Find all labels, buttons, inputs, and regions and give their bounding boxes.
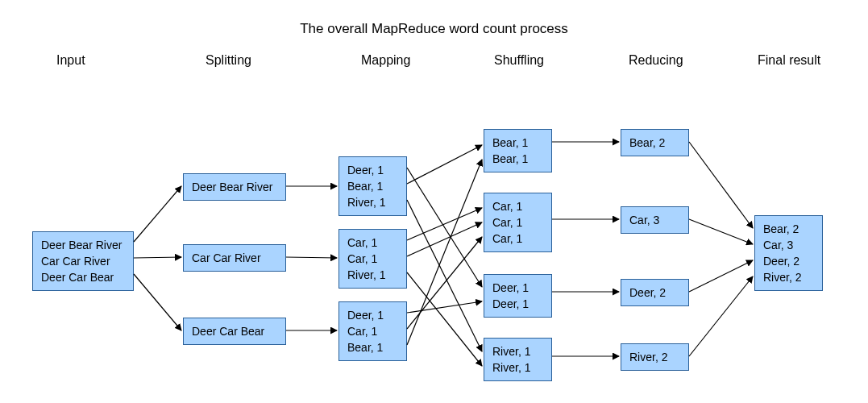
svg-line-14 bbox=[407, 160, 482, 345]
svg-line-9 bbox=[407, 208, 482, 240]
reducing-box-1: Car, 3 bbox=[621, 206, 689, 234]
svg-line-13 bbox=[407, 237, 482, 329]
svg-line-4 bbox=[286, 257, 337, 258]
input-box: Deer Bear River Car Car River Deer Car B… bbox=[32, 231, 134, 291]
svg-line-2 bbox=[134, 274, 181, 330]
svg-line-20 bbox=[689, 219, 753, 244]
splitting-box-0: Deer Bear River bbox=[183, 173, 286, 201]
stage-label-splitting: Splitting bbox=[206, 53, 251, 68]
stage-label-final: Final result bbox=[758, 53, 820, 68]
svg-line-11 bbox=[407, 272, 482, 366]
svg-line-7 bbox=[407, 145, 482, 184]
mapping-box-2: Deer, 1 Car, 1 Bear, 1 bbox=[338, 301, 407, 361]
final-box: Bear, 2 Car, 3 Deer, 2 River, 2 bbox=[754, 215, 823, 291]
stage-label-input: Input bbox=[56, 53, 85, 68]
svg-line-8 bbox=[407, 200, 482, 351]
svg-line-12 bbox=[407, 301, 482, 313]
stage-label-mapping: Mapping bbox=[361, 53, 410, 68]
arrows-layer bbox=[0, 0, 868, 403]
stage-label-reducing: Reducing bbox=[629, 53, 683, 68]
svg-line-21 bbox=[689, 260, 753, 292]
stage-label-shuffling: Shuffling bbox=[494, 53, 544, 68]
shuffling-box-1: Car, 1 Car, 1 Car, 1 bbox=[484, 193, 552, 252]
svg-line-19 bbox=[689, 142, 753, 228]
svg-line-0 bbox=[134, 186, 181, 242]
shuffling-box-2: Deer, 1 Deer, 1 bbox=[484, 274, 552, 318]
reducing-box-2: Deer, 2 bbox=[621, 279, 689, 306]
svg-line-22 bbox=[689, 276, 753, 356]
reducing-box-0: Bear, 2 bbox=[621, 129, 689, 156]
splitting-box-1: Car Car River bbox=[183, 244, 286, 272]
mapping-box-1: Car, 1 Car, 1 River, 1 bbox=[338, 229, 407, 289]
shuffling-box-0: Bear, 1 Bear, 1 bbox=[484, 129, 552, 172]
reducing-box-3: River, 2 bbox=[621, 343, 689, 371]
mapping-box-0: Deer, 1 Bear, 1 River, 1 bbox=[338, 156, 407, 216]
svg-line-1 bbox=[134, 257, 181, 258]
diagram-title: The overall MapReduce word count process bbox=[0, 21, 868, 37]
splitting-box-2: Deer Car Bear bbox=[183, 318, 286, 345]
svg-line-6 bbox=[407, 168, 482, 287]
shuffling-box-3: River, 1 River, 1 bbox=[484, 338, 552, 381]
svg-line-10 bbox=[407, 222, 482, 256]
